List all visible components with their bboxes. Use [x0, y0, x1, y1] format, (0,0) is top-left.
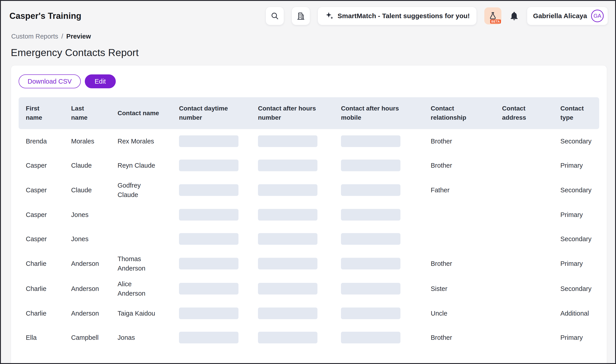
redacted-value [258, 184, 317, 196]
building-icon [296, 12, 305, 20]
cell-contact-address [495, 203, 553, 227]
table-row: CasperJonesPrimary [19, 203, 599, 227]
cell-contact-after-hours-mobile [334, 227, 424, 251]
redacted-value [179, 209, 239, 221]
cell-contact-after-hours-number [251, 325, 334, 350]
beta-badge: BETA [490, 20, 501, 24]
cell-contact-after-hours-mobile [334, 203, 424, 227]
flask-icon [488, 12, 497, 20]
cell-contact-daytime-number [172, 153, 251, 178]
notifications-button[interactable] [509, 11, 519, 21]
user-name: Gabriella Alicaya [533, 12, 587, 20]
search-button[interactable] [266, 7, 284, 25]
report-card: Download CSV Edit First nameLast nameCon… [11, 65, 607, 364]
cell-first-name: Casper [19, 227, 64, 251]
redacted-value [179, 258, 239, 269]
cell-contact-daytime-number [172, 251, 251, 276]
redacted-value [341, 160, 401, 171]
cell-contact-relationship: Brother [424, 251, 495, 276]
cell-last-name: Anderson [64, 301, 110, 325]
redacted-value [258, 209, 317, 221]
cell-contact-after-hours-number [251, 251, 334, 276]
cell-contact-after-hours-number [251, 178, 334, 203]
cell-contact-relationship [424, 203, 495, 227]
cell-last-name: Claude [64, 178, 110, 203]
topbar: Casper's Training SmartMatch - Talent su [1, 1, 615, 29]
table-row: BrendaMoralesRex MoralesBrotherSecondary [19, 129, 599, 153]
redacted-value [258, 258, 317, 269]
cell-contact-address [495, 129, 553, 153]
redacted-value [258, 233, 317, 245]
cell-contact-after-hours-number [251, 203, 334, 227]
redacted-value [179, 283, 239, 295]
cell-contact-name [110, 227, 172, 251]
cell-contact-relationship: Sister [424, 276, 495, 301]
bell-icon [509, 11, 519, 21]
cell-first-name: Casper [19, 153, 64, 178]
cell-contact-daytime-number [172, 129, 251, 153]
cell-contact-after-hours-number [251, 129, 334, 153]
column-header: Contact relationship [424, 97, 495, 129]
redacted-value [341, 233, 401, 245]
table-row: CharlieAndersonThomas AndersonBrotherPri… [19, 251, 599, 276]
cell-contact-type: Primary [553, 325, 599, 350]
cell-contact-name: Alice Anderson [110, 276, 172, 301]
cell-contact-address [495, 227, 553, 251]
breadcrumb: Custom Reports / Preview [11, 33, 615, 40]
cell-contact-after-hours-number [251, 301, 334, 325]
column-header: Contact daytime number [172, 97, 251, 129]
avatar: GA [591, 10, 604, 22]
cell-contact-type: Primary [553, 251, 599, 276]
organisation-button[interactable] [292, 7, 310, 25]
cell-first-name: Brenda [19, 129, 64, 153]
table-row: CasperClaudeReyn ClaudeBrotherPrimary [19, 153, 599, 178]
cell-contact-relationship: Brother [424, 129, 495, 153]
smartmatch-button[interactable]: SmartMatch - Talent suggestions for you! [318, 7, 477, 25]
cell-contact-address [495, 153, 553, 178]
cell-contact-relationship: Father [424, 178, 495, 203]
cell-contact-daytime-number [172, 203, 251, 227]
redacted-value [341, 308, 401, 319]
redacted-value [258, 160, 317, 171]
cell-contact-daytime-number [172, 276, 251, 301]
cell-contact-daytime-number [172, 325, 251, 350]
app-title: Casper's Training [9, 11, 81, 21]
column-header: Contact name [110, 97, 172, 129]
cell-contact-daytime-number [172, 301, 251, 325]
cell-contact-type: Secondary [553, 227, 599, 251]
cell-contact-name: Jonas [110, 325, 172, 350]
cell-contact-name: Rex Morales [110, 129, 172, 153]
redacted-value [179, 135, 239, 147]
cell-first-name: Charlie [19, 301, 64, 325]
labs-button[interactable]: BETA [484, 7, 501, 25]
edit-button[interactable]: Edit [85, 74, 116, 88]
redacted-value [341, 135, 401, 147]
smartmatch-label: SmartMatch - Talent suggestions for you! [338, 12, 470, 20]
cell-contact-address [495, 276, 553, 301]
column-header: Last name [64, 97, 110, 129]
cell-last-name: Anderson [64, 251, 110, 276]
user-menu[interactable]: Gabriella Alicaya GA [527, 7, 608, 25]
redacted-value [258, 332, 317, 343]
cell-contact-after-hours-mobile [334, 153, 424, 178]
cell-contact-type: Additional [553, 301, 599, 325]
cell-contact-type: Secondary [553, 129, 599, 153]
breadcrumb-preview: Preview [67, 33, 91, 40]
cell-contact-name: Taiga Kaidou [110, 301, 172, 325]
cell-last-name: Jones [64, 203, 110, 227]
table-row: CasperClaudeGodfrey ClaudeFatherSecondar… [19, 178, 599, 203]
cell-contact-daytime-number [172, 178, 251, 203]
cell-contact-after-hours-mobile [334, 301, 424, 325]
redacted-value [258, 135, 317, 147]
redacted-value [258, 283, 317, 295]
cell-contact-relationship: Uncle [424, 301, 495, 325]
cell-contact-after-hours-number [251, 276, 334, 301]
column-header: Contact after hours mobile [334, 97, 424, 129]
cell-contact-name: Reyn Claude [110, 153, 172, 178]
breadcrumb-custom-reports[interactable]: Custom Reports [11, 33, 58, 40]
redacted-value [341, 209, 401, 221]
cell-contact-daytime-number [172, 227, 251, 251]
cell-last-name: Campbell [64, 325, 110, 350]
table-header-row: First nameLast nameContact nameContact d… [19, 97, 599, 129]
download-csv-button[interactable]: Download CSV [19, 74, 81, 88]
